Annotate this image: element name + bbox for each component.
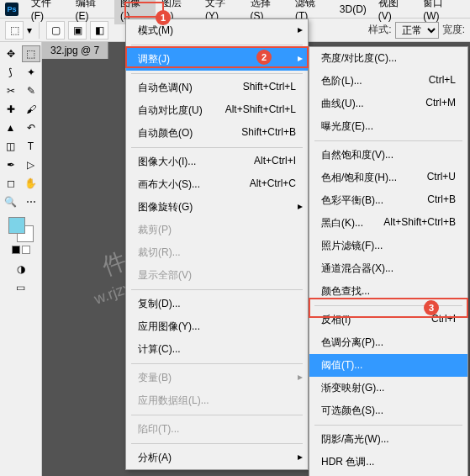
annotation-3: 3 bbox=[424, 300, 439, 315]
menu-item[interactable]: 模式(M)▸ bbox=[126, 19, 308, 42]
screenmode-icon[interactable]: ▭ bbox=[12, 279, 30, 296]
menu-item[interactable]: 分析(A)▸ bbox=[126, 447, 308, 469]
eraser-tool-icon[interactable]: ◫ bbox=[2, 138, 20, 155]
brush-tool-icon[interactable]: 🖌 bbox=[22, 101, 40, 118]
menu-file[interactable]: 文件(F) bbox=[25, 0, 70, 24]
more-tool-icon[interactable]: ⋯ bbox=[22, 193, 40, 210]
submenu-item[interactable]: 渐变映射(G)... bbox=[309, 377, 467, 399]
menu-item[interactable]: 自动颜色(O)Shift+Ctrl+B bbox=[126, 122, 308, 145]
submenu-item[interactable]: 曝光度(E)... bbox=[309, 115, 467, 138]
stamp-tool-icon[interactable]: ▲ bbox=[2, 119, 20, 136]
document-tab[interactable]: 32.jpg @ 7 bbox=[42, 42, 108, 59]
type-tool-icon[interactable]: T bbox=[22, 138, 40, 155]
menu-item[interactable]: 计算(C)... bbox=[126, 338, 308, 361]
color-swatch[interactable] bbox=[8, 217, 34, 242]
menu-item: 裁切(R)... bbox=[126, 241, 308, 264]
submenu-item[interactable]: 阴影/高光(W)... bbox=[309, 428, 467, 451]
submenu-item[interactable]: 可选颜色(S)... bbox=[309, 399, 467, 422]
menu-item[interactable]: 自动对比度(U)Alt+Shift+Ctrl+L bbox=[126, 99, 308, 122]
submenu-item[interactable]: 色阶(L)...Ctrl+L bbox=[309, 70, 467, 93]
annotation-2: 2 bbox=[256, 50, 272, 65]
marquee-tool-icon[interactable]: ⬚ bbox=[22, 45, 40, 62]
submenu-item[interactable]: 色彩平衡(B)...Ctrl+B bbox=[309, 189, 467, 212]
adjustments-submenu: 亮度/对比度(C)...色阶(L)...Ctrl+L曲线(U)...Ctrl+M… bbox=[309, 46, 468, 476]
menu-item[interactable]: 图像旋转(G)▸ bbox=[126, 196, 308, 219]
tools-panel: ✥⬚ ⟆✦ ✂✎ ✚🖌 ▲↶ ◫T ✒▷ ◻✋ 🔍⋯ ◑ ▭ bbox=[0, 42, 42, 476]
crop-tool-icon[interactable]: ✂ bbox=[2, 82, 20, 99]
shape-tool-icon[interactable]: ◻ bbox=[2, 175, 20, 192]
annotation-1: 1 bbox=[156, 10, 171, 25]
submenu-item[interactable]: 自然饱和度(V)... bbox=[309, 144, 467, 167]
menu-item[interactable]: 画布大小(S)...Alt+Ctrl+C bbox=[126, 173, 308, 196]
menu-view[interactable]: 视图(V) bbox=[372, 0, 417, 24]
heal-tool-icon[interactable]: ✚ bbox=[2, 101, 20, 118]
history-tool-icon[interactable]: ↶ bbox=[22, 119, 40, 136]
marquee-icon[interactable]: ⬚ bbox=[5, 21, 24, 40]
menubar: Ps 文件(F) 编辑(E) 图像(I) 图层(L) 文字(Y) 选择(S) 滤… bbox=[0, 0, 470, 19]
menu-3d[interactable]: 3D(D) bbox=[334, 1, 372, 18]
submenu-item[interactable]: 颜色查找... bbox=[309, 280, 467, 303]
menu-item[interactable]: 应用图像(Y)... bbox=[126, 315, 308, 338]
path-tool-icon[interactable]: ▷ bbox=[22, 156, 40, 173]
wand-tool-icon[interactable]: ✦ bbox=[22, 64, 40, 81]
eyedrop-tool-icon[interactable]: ✎ bbox=[22, 82, 40, 99]
width-label: 宽度: bbox=[442, 23, 465, 37]
dropdown-indicator: ▾ bbox=[27, 24, 32, 36]
lasso-tool-icon[interactable]: ⟆ bbox=[2, 64, 20, 81]
submenu-item[interactable]: 通道混合器(X)... bbox=[309, 257, 467, 280]
submenu-item[interactable]: 反相(I)Ctrl+I bbox=[309, 309, 467, 331]
move-tool-icon[interactable]: ✥ bbox=[2, 45, 20, 62]
menu-item: 应用数据组(L)... bbox=[126, 389, 308, 412]
hand-tool-icon[interactable]: ✋ bbox=[22, 175, 40, 192]
image-menu-dropdown: 模式(M)▸调整(J)▸自动色调(N)Shift+Ctrl+L自动对比度(U)A… bbox=[125, 19, 309, 470]
submenu-item[interactable]: 色相/饱和度(H)...Ctrl+U bbox=[309, 167, 467, 189]
submenu-item[interactable]: 曲线(U)...Ctrl+M bbox=[309, 93, 467, 115]
submenu-item[interactable]: HDR 色调... bbox=[309, 451, 467, 473]
submenu-item[interactable]: 黑白(K)...Alt+Shift+Ctrl+B bbox=[309, 212, 467, 235]
menu-item[interactable]: 调整(J)▸ bbox=[126, 48, 308, 71]
menu-window[interactable]: 窗口(W) bbox=[417, 0, 465, 24]
quickmask-icon[interactable]: ◑ bbox=[12, 261, 30, 278]
ps-logo: Ps bbox=[5, 3, 18, 16]
submenu-item[interactable]: 阈值(T)... bbox=[309, 354, 467, 377]
menu-item: 裁剪(P) bbox=[126, 219, 308, 241]
menu-edit[interactable]: 编辑(E) bbox=[70, 0, 114, 24]
submenu-item[interactable]: 亮度/对比度(C)... bbox=[309, 47, 467, 70]
menu-item: 显示全部(V) bbox=[126, 264, 308, 287]
menu-item[interactable]: 图像大小(I)...Alt+Ctrl+I bbox=[126, 151, 308, 173]
menu-item: 陷印(T)... bbox=[126, 418, 308, 441]
zoom-tool-icon[interactable]: 🔍 bbox=[2, 193, 20, 210]
menu-item[interactable]: 复制(D)... bbox=[126, 293, 308, 315]
menu-item[interactable]: 自动色调(N)Shift+Ctrl+L bbox=[126, 77, 308, 99]
pen-tool-icon[interactable]: ✒ bbox=[2, 156, 20, 173]
menu-item: 变量(B)▸ bbox=[126, 367, 308, 389]
submenu-item[interactable]: 照片滤镜(F)... bbox=[309, 235, 467, 257]
submenu-item[interactable]: 色调分离(P)... bbox=[309, 331, 467, 354]
style-label: 样式: bbox=[368, 23, 391, 37]
